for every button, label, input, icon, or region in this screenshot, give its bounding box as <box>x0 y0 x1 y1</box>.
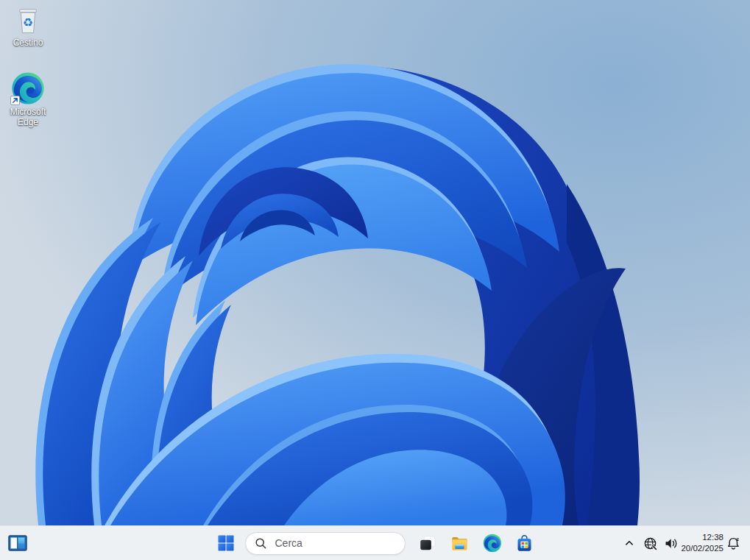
taskbar-search[interactable] <box>245 532 406 555</box>
widgets-icon <box>8 535 27 551</box>
volume-button[interactable] <box>660 530 681 556</box>
taskbar-center-group <box>211 528 539 558</box>
windows-logo-icon <box>217 534 235 552</box>
recycle-bin-icon <box>13 5 43 36</box>
desktop-icon-list: Cestino Microsoft Edge <box>0 4 56 129</box>
tray-chevron-button[interactable] <box>619 530 640 556</box>
task-view-icon <box>418 534 437 553</box>
network-button[interactable] <box>640 530 660 556</box>
shortcut-arrow-icon <box>10 96 20 105</box>
globe-no-internet-icon <box>643 536 658 551</box>
desktop: Cestino Microsoft Edge <box>0 0 750 560</box>
clock-button[interactable]: 12:38 20/02/2025 <box>681 532 724 554</box>
bell-dnd-icon: z <box>726 535 742 551</box>
desktop-icon-label: Cestino <box>13 38 43 49</box>
speaker-icon <box>663 536 679 551</box>
task-view-button[interactable] <box>413 528 442 558</box>
wallpaper-bloom <box>0 0 750 525</box>
file-explorer-icon <box>450 534 470 553</box>
taskbar: 12:38 20/02/2025 z <box>0 525 750 560</box>
search-input[interactable] <box>274 536 396 550</box>
tray-time: 12:38 <box>702 532 724 543</box>
chevron-up-icon <box>621 535 637 551</box>
file-explorer-button[interactable] <box>445 528 475 558</box>
edge-taskbar-button[interactable] <box>478 528 507 558</box>
start-button[interactable] <box>211 528 241 558</box>
desktop-icon-microsoft-edge[interactable]: Microsoft Edge <box>0 70 56 130</box>
svg-text:z: z <box>736 536 739 542</box>
notifications-button[interactable]: z <box>724 530 744 556</box>
search-icon <box>255 537 267 550</box>
microsoft-store-button[interactable] <box>510 528 539 558</box>
system-tray: 12:38 20/02/2025 z <box>619 530 744 556</box>
microsoft-edge-icon <box>483 534 502 553</box>
microsoft-store-icon <box>514 534 534 553</box>
desktop-icon-label: Microsoft Edge <box>2 107 54 128</box>
tray-date: 20/02/2025 <box>681 543 724 554</box>
widgets-button[interactable] <box>5 531 30 556</box>
desktop-icon-recycle-bin[interactable]: Cestino <box>0 4 56 50</box>
